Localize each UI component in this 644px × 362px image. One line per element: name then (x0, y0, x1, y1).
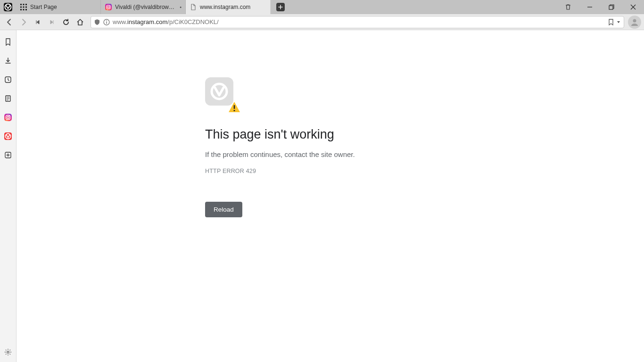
svg-point-29 (7, 351, 9, 353)
side-panel (0, 30, 17, 362)
panel-downloads-button[interactable] (3, 56, 13, 66)
bookmark-icon[interactable] (608, 19, 614, 25)
tab-bar: Start Page Vivaldi (@vivaldibrowser) • w… (0, 0, 644, 14)
svg-point-17 (106, 20, 107, 21)
nav-bar: www.instagram.com/p/CiK0CZDNOKL/ (0, 14, 644, 30)
tab-vivaldi-instagram[interactable]: Vivaldi (@vivaldibrowser) • (101, 0, 186, 14)
shield-icon[interactable] (94, 19, 100, 25)
vivaldi-menu-button[interactable] (0, 0, 16, 14)
grid-icon (20, 3, 27, 11)
reload-page-button[interactable]: Reload (205, 202, 242, 217)
warning-icon (228, 101, 241, 113)
reload-button[interactable] (59, 16, 73, 29)
svg-rect-3 (23, 4, 25, 5)
svg-point-19 (633, 19, 636, 22)
panel-notes-button[interactable] (3, 93, 13, 104)
svg-rect-9 (23, 9, 25, 10)
svg-rect-22 (4, 114, 12, 121)
svg-point-32 (233, 110, 235, 111)
close-button[interactable] (622, 0, 644, 14)
svg-rect-2 (20, 4, 22, 5)
home-button[interactable] (74, 16, 87, 29)
minimize-button[interactable] (579, 0, 601, 14)
url-text: www.instagram.com/p/CiK0CZDNOKL/ (113, 18, 219, 25)
panel-instagram-button[interactable] (3, 112, 13, 123)
window-controls (557, 0, 644, 14)
svg-rect-4 (25, 4, 27, 5)
trash-button[interactable] (557, 0, 579, 14)
tab-modified-indicator: • (180, 4, 182, 10)
svg-rect-11 (105, 4, 112, 10)
panel-history-button[interactable] (3, 74, 13, 85)
panel-bookmarks-button[interactable] (3, 37, 13, 47)
panel-add-button[interactable] (3, 150, 13, 160)
tab-label: Vivaldi (@vivaldibrowser) (115, 4, 177, 10)
svg-rect-10 (25, 9, 27, 10)
tab-label: www.instagram.com (200, 4, 266, 10)
error-code: HTTP ERROR 429 (205, 168, 488, 174)
svg-rect-31 (234, 105, 235, 109)
svg-point-30 (212, 84, 227, 99)
info-icon[interactable] (103, 19, 110, 25)
forward-button[interactable] (17, 16, 30, 29)
fast-forward-button[interactable] (45, 16, 58, 29)
error-message: If the problem continues, contact the si… (205, 150, 488, 158)
page-content: This page isn't working If the problem c… (17, 30, 644, 362)
svg-rect-8 (20, 9, 22, 10)
maximize-button[interactable] (601, 0, 622, 14)
profile-button[interactable] (628, 16, 641, 29)
panel-vivaldi-button[interactable] (3, 131, 13, 141)
instagram-icon (105, 3, 112, 11)
address-bar[interactable]: www.instagram.com/p/CiK0CZDNOKL/ (91, 16, 624, 28)
tab-label: Start Page (30, 4, 97, 10)
error-page-icon (205, 77, 239, 111)
error-title: This page isn't working (205, 127, 488, 142)
svg-rect-18 (106, 22, 107, 24)
svg-point-25 (9, 115, 10, 116)
svg-rect-7 (25, 7, 27, 8)
rewind-button[interactable] (31, 16, 44, 29)
svg-rect-15 (609, 6, 613, 9)
new-tab-button[interactable] (273, 2, 288, 12)
svg-rect-6 (23, 7, 25, 8)
svg-rect-5 (20, 7, 22, 8)
back-button[interactable] (3, 16, 16, 29)
page-icon (190, 3, 197, 11)
panel-settings-button[interactable] (3, 347, 13, 357)
plus-icon (276, 3, 285, 11)
tab-start-page[interactable]: Start Page (16, 0, 101, 14)
tab-instagram-post[interactable]: www.instagram.com (186, 0, 271, 14)
svg-point-14 (109, 5, 110, 6)
bookmark-dropdown-icon[interactable] (616, 20, 621, 25)
